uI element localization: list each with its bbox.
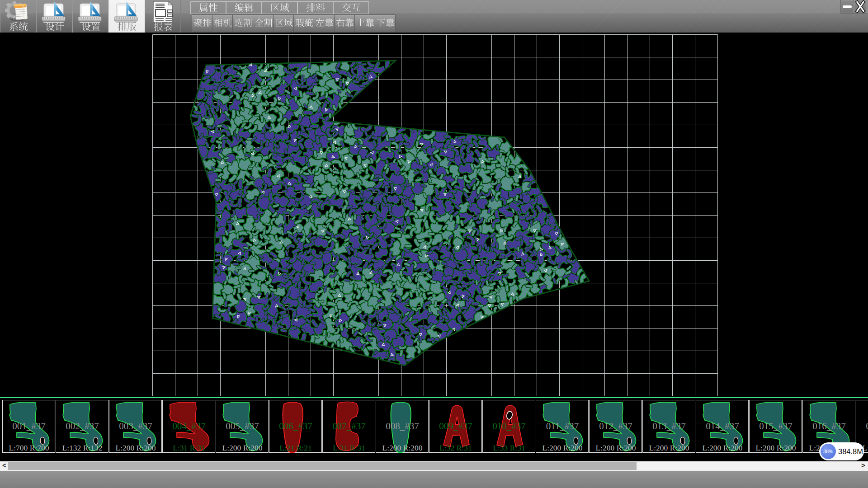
svg-text:012_#37: 012_#37 [599, 421, 632, 432]
svg-text:L:132 R:132: L:132 R:132 [62, 443, 103, 452]
svg-text:L:200 R:200: L:200 R:200 [703, 443, 743, 452]
svg-text:006_#37: 006_#37 [279, 421, 312, 432]
svg-text:L:31 R:31: L:31 R:31 [333, 443, 365, 452]
svg-text:L:200 R:200: L:200 R:200 [542, 443, 583, 452]
svg-text:L:33 R:31: L:33 R:31 [493, 443, 525, 452]
svg-text:L:21 R:21: L:21 R:21 [279, 443, 311, 452]
svg-text:L:32 R:31: L:32 R:31 [439, 443, 472, 452]
svg-text:009_#37: 009_#37 [439, 421, 472, 432]
svg-text:L:200 R:200: L:200 R:200 [116, 443, 156, 452]
svg-text:L:200 R:200: L:200 R:200 [596, 443, 636, 452]
svg-text:004_#37: 004_#37 [172, 421, 206, 432]
svg-text:016_#37: 016_#37 [812, 421, 846, 432]
svg-text:017_#37: 017_#37 [866, 421, 868, 432]
svg-text:L:200 R:200: L:200 R:200 [649, 443, 689, 452]
svg-text:014_#37: 014_#37 [706, 421, 739, 432]
svg-text:007_#37: 007_#37 [332, 421, 366, 432]
svg-text:015_#37: 015_#37 [759, 421, 793, 432]
svg-text:L:700 R:700: L:700 R:700 [9, 443, 49, 452]
svg-text:003_#37: 003_#37 [119, 421, 152, 432]
svg-text:L:200 R:200: L:200 R:200 [382, 443, 423, 452]
svg-text:001_#37: 001_#37 [12, 421, 46, 432]
svg-text:008_#37: 008_#37 [386, 421, 419, 432]
svg-text:002_#37: 002_#37 [66, 421, 99, 432]
svg-text:L:200 R:200: L:200 R:200 [756, 443, 796, 452]
svg-text:010_#37: 010_#37 [492, 421, 526, 432]
svg-text:L:200 R:200: L:200 R:200 [222, 443, 263, 452]
svg-text:013_#37: 013_#37 [652, 421, 686, 432]
svg-text:L:31 R:31: L:31 R:31 [173, 443, 205, 452]
svg-text:005_#37: 005_#37 [226, 421, 259, 432]
svg-text:011_#37: 011_#37 [546, 421, 579, 432]
